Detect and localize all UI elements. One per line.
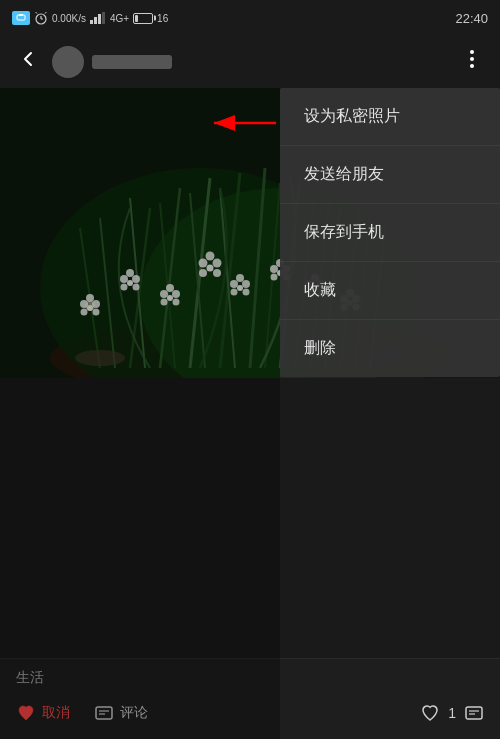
svg-point-13 <box>470 64 474 68</box>
svg-rect-7 <box>90 20 93 24</box>
battery-percent: 16 <box>157 13 168 24</box>
status-left: 0.00K/s 4G+ 16 <box>12 11 168 25</box>
user-avatar <box>52 46 84 78</box>
menu-item-delete[interactable]: 删除 <box>280 320 500 377</box>
menu-item-collect[interactable]: 收藏 <box>280 262 500 320</box>
more-button[interactable] <box>460 47 484 77</box>
comment-count-icon <box>464 703 484 723</box>
menu-item-set-private[interactable]: 设为私密照片 <box>280 88 500 146</box>
svg-rect-92 <box>466 707 482 719</box>
network-type: 4G+ <box>110 13 129 24</box>
svg-rect-10 <box>102 12 105 24</box>
svg-point-12 <box>470 57 474 61</box>
nav-bar <box>0 36 500 88</box>
signal-icon <box>90 12 106 24</box>
svg-rect-8 <box>94 17 97 24</box>
notification-icon <box>12 11 30 25</box>
menu-item-save-phone[interactable]: 保存到手机 <box>280 204 500 262</box>
menu-item-send-friend[interactable]: 发送给朋友 <box>280 146 500 204</box>
like-count-heart-icon <box>420 703 440 723</box>
nav-title-area <box>40 46 460 78</box>
like-count: 1 <box>448 705 456 721</box>
network-speed: 0.00K/s <box>52 13 86 24</box>
svg-rect-1 <box>19 14 23 16</box>
action-right: 1 <box>420 703 484 723</box>
battery-level <box>135 15 138 22</box>
time-display: 22:40 <box>455 11 488 26</box>
dropdown-menu: 设为私密照片 发送给朋友 保存到手机 收藏 删除 <box>280 88 500 377</box>
svg-line-6 <box>45 12 47 14</box>
svg-rect-9 <box>98 14 101 24</box>
battery-icon <box>133 13 153 24</box>
status-right: 22:40 <box>455 11 488 26</box>
back-button[interactable] <box>16 47 40 77</box>
user-name <box>92 55 172 69</box>
alarm-icon <box>34 11 48 25</box>
arrow-annotation <box>205 108 285 142</box>
menu-overlay[interactable] <box>0 88 280 739</box>
status-bar: 0.00K/s 4G+ 16 22:40 <box>0 0 500 36</box>
svg-point-11 <box>470 50 474 54</box>
svg-line-5 <box>36 12 38 14</box>
